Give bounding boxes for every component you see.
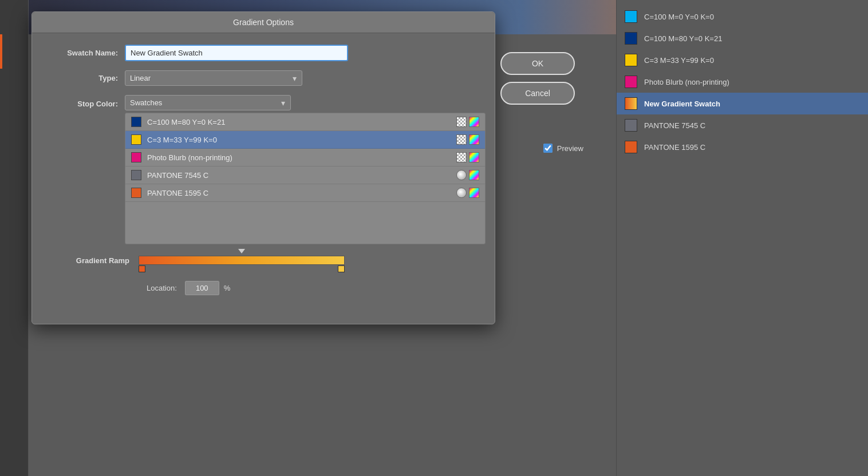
color-item-name: C=100 M=80 Y=0 K=21 <box>147 118 456 126</box>
color-list-item[interactable]: C=100 M=80 Y=0 K=21 <box>125 113 485 131</box>
ok-button[interactable]: OK <box>500 52 575 75</box>
type-label: Type: <box>49 74 118 82</box>
color-item-icons <box>456 152 479 162</box>
swatch-panel-item-name: C=100 M=80 Y=0 K=21 <box>644 34 722 43</box>
swatches-panel: C=100 M=0 Y=0 K=0C=100 M=80 Y=0 K=21C=3 … <box>616 0 868 476</box>
swatch-panel-item-name: Photo Blurb (non-printing) <box>644 78 729 86</box>
ramp-stop-right[interactable] <box>338 265 345 272</box>
ramp-stop-left[interactable] <box>139 265 145 272</box>
swatch-panel-color-box <box>625 10 637 23</box>
swatch-panel-item[interactable]: New Gradient Swatch <box>617 93 868 114</box>
dialog-titlebar: Gradient Options <box>32 12 495 33</box>
swatch-panel-color-box <box>625 141 637 153</box>
type-row: Type: Linear Radial <box>49 70 478 86</box>
color-list-item[interactable]: C=3 M=33 Y=99 K=0 <box>125 131 485 149</box>
swatch-panel-item[interactable]: Photo Blurb (non-printing) <box>617 71 868 93</box>
color-list-item[interactable]: PANTONE 1595 C <box>125 184 485 202</box>
checker-icon <box>456 152 467 162</box>
swatch-name-input[interactable] <box>125 45 348 61</box>
preview-row: Preview <box>543 144 583 153</box>
preview-checkbox[interactable] <box>543 144 553 153</box>
color-item-icons <box>456 134 479 145</box>
swatch-panel-item-name: C=3 M=33 Y=99 K=0 <box>644 56 714 65</box>
gradient-ramp-row: Gradient Ramp <box>66 256 478 265</box>
gradient-ramp-bar[interactable] <box>139 256 345 265</box>
location-input[interactable] <box>185 281 219 295</box>
swatch-panel-item[interactable]: C=3 M=33 Y=99 K=0 <box>617 49 868 71</box>
color-item-icons <box>456 188 479 198</box>
type-select-wrapper: Linear Radial <box>125 70 302 86</box>
gradient-ramp-label: Gradient Ramp <box>66 256 129 265</box>
color-swatch-box <box>131 117 141 127</box>
color-spectrum-icon <box>469 117 479 127</box>
color-spectrum-icon <box>469 170 479 180</box>
color-item-icons <box>456 117 479 127</box>
color-item-name: PANTONE 1595 C <box>147 189 456 197</box>
gradient-options-dialog: Gradient Options Swatch Name: Type: Line… <box>31 11 495 324</box>
stop-color-label: Stop Color: <box>49 100 118 108</box>
dialog-buttons: OK Cancel <box>500 52 575 105</box>
dialog-title: Gradient Options <box>233 18 294 27</box>
checker-icon <box>456 134 467 145</box>
circle-icon <box>456 188 467 198</box>
left-sidebar-strip <box>0 0 29 476</box>
swatch-panel-item-name: PANTONE 1595 C <box>644 143 705 152</box>
location-row: Location: % <box>66 281 478 295</box>
left-accent-bar <box>0 34 2 69</box>
gradient-ramp-wrapper <box>139 256 345 265</box>
cancel-button[interactable]: Cancel <box>500 82 575 105</box>
swatch-name-row: Swatch Name: <box>49 45 478 61</box>
swatch-panel-item-name: C=100 M=0 Y=0 K=0 <box>644 13 714 21</box>
preview-label: Preview <box>557 144 583 153</box>
stop-color-right-col: Swatches RGB CMYK Lab Grayscale C=100 M=… <box>125 95 486 244</box>
swatch-panel-color-box <box>625 32 637 45</box>
swatch-panel-item-name: PANTONE 7545 C <box>644 121 705 130</box>
swatch-panel-color-box <box>625 119 637 132</box>
location-label: Location: <box>147 284 177 292</box>
type-select[interactable]: Linear Radial <box>125 70 302 86</box>
color-swatch-box <box>131 152 141 162</box>
color-item-name: PANTONE 7545 C <box>147 171 456 180</box>
stop-color-row: Stop Color: Swatches RGB CMYK Lab Graysc… <box>49 95 478 244</box>
swatch-panel-item[interactable]: PANTONE 1595 C <box>617 136 868 158</box>
dialog-body: Swatch Name: Type: Linear Radial Stop Co… <box>32 33 495 307</box>
checker-icon <box>456 117 467 127</box>
swatch-panel-color-box <box>625 76 637 88</box>
ramp-midpoint-arrow[interactable] <box>238 249 245 253</box>
color-swatch-box <box>131 170 141 180</box>
color-list-item[interactable]: PANTONE 7545 C <box>125 166 485 184</box>
color-item-icons <box>456 170 479 180</box>
swatch-panel-color-box <box>625 97 637 110</box>
swatch-panel-item[interactable]: C=100 M=0 Y=0 K=0 <box>617 6 868 27</box>
swatch-panel-item-name: New Gradient Swatch <box>644 100 720 108</box>
gradient-ramp-section: Gradient Ramp Location: % <box>49 256 478 295</box>
swatch-panel-color-box <box>625 54 637 66</box>
swatch-panel-item[interactable]: PANTONE 7545 C <box>617 114 868 136</box>
color-item-name: Photo Blurb (non-printing) <box>147 153 456 162</box>
swatch-panel-item[interactable]: C=100 M=80 Y=0 K=21 <box>617 27 868 49</box>
color-spectrum-icon <box>469 134 479 145</box>
color-spectrum-icon <box>469 152 479 162</box>
stop-color-select[interactable]: Swatches RGB CMYK Lab Grayscale <box>125 95 291 110</box>
color-swatch-box <box>131 134 141 145</box>
color-spectrum-icon <box>469 188 479 198</box>
stop-color-select-wrapper: Swatches RGB CMYK Lab Grayscale <box>125 95 291 110</box>
color-list[interactable]: C=100 M=80 Y=0 K=21C=3 M=33 Y=99 K=0Phot… <box>125 113 486 244</box>
color-swatch-box <box>131 188 141 198</box>
color-list-item[interactable]: Photo Blurb (non-printing) <box>125 149 485 166</box>
circle-icon <box>456 170 467 180</box>
swatch-name-label: Swatch Name: <box>49 49 118 57</box>
color-item-name: C=3 M=33 Y=99 K=0 <box>147 136 456 144</box>
percent-label: % <box>224 284 231 292</box>
